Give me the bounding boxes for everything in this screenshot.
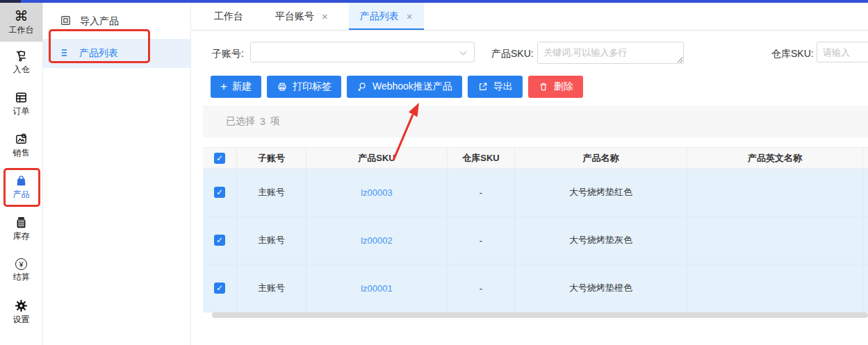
webhook-icon (357, 81, 368, 92)
new-button[interactable]: + 新建 (211, 76, 261, 98)
column-header-warehouse-sku: 仓库SKU (447, 148, 514, 168)
action-toolbar: + 新建 打印标签 Webhook推送产品 导出 删除 (211, 76, 583, 98)
cell-product-name: 大号烧烤垫红色 (514, 169, 687, 216)
column-header-product-sku: 产品SKU (306, 148, 447, 168)
trash-icon (538, 81, 549, 92)
sidebar-item-settlement[interactable]: ¥ 结算 (0, 250, 42, 292)
sidebar-item-workbench[interactable]: ⌘ 工作台 (0, 3, 42, 42)
primary-sidebar: ⌘ 工作台 入仓 订单 销售 产品 库存 ¥ 结算 设置 (0, 3, 43, 345)
table-header-row: ✓ 子账号 产品SKU 仓库SKU 产品名称 产品英文名称 (203, 147, 868, 169)
webhook-push-button[interactable]: Webhook推送产品 (347, 76, 462, 98)
sidebar-item-label: 库存 (13, 230, 30, 242)
command-icon: ⌘ (15, 9, 28, 23)
main-content: 工作台 平台账号 × 产品列表 × 子账号: 产品SKU: 仓库SKU: + 新… (191, 3, 868, 345)
inbound-icon (15, 49, 28, 62)
selection-summary-bar: 已选择 3 项 (203, 106, 868, 137)
horizontal-scrollbar[interactable] (212, 312, 868, 318)
table-row[interactable]: ✓ 主账号 lz00003 - 大号烧烤垫红色 (203, 169, 868, 217)
cell-sub-account: 主账号 (236, 169, 306, 216)
export-button[interactable]: 导出 (468, 76, 523, 98)
tab-label: 平台账号 (275, 10, 314, 23)
sales-icon (15, 133, 28, 146)
sidebar-item-products[interactable]: 产品 (0, 167, 42, 208)
export-button-label: 导出 (493, 81, 513, 93)
print-labels-button[interactable]: 打印标签 (267, 76, 341, 98)
sidebar-item-sales[interactable]: 销售 (0, 125, 42, 167)
row-checkbox[interactable]: ✓ (214, 187, 225, 198)
cell-spacer (862, 217, 868, 264)
cell-product-name-en (687, 264, 862, 312)
import-icon (60, 15, 72, 28)
tab-bar: 工作台 平台账号 × 产品列表 × (191, 3, 868, 31)
secondary-sidebar: 导入产品 产品列表 (43, 3, 191, 345)
row-checkbox[interactable]: ✓ (214, 283, 225, 294)
tab-label: 产品列表 (360, 10, 399, 23)
submenu-item-product-list[interactable]: 产品列表 (43, 39, 190, 68)
products-bag-icon (15, 174, 28, 187)
cell-product-name-en (687, 217, 862, 264)
column-header-product-name-en: 产品英文名称 (687, 148, 862, 168)
product-sku-link[interactable]: lz00002 (361, 235, 393, 246)
close-icon[interactable]: × (407, 12, 413, 22)
sidebar-item-label: 产品 (13, 189, 30, 201)
product-sku-textarea[interactable] (537, 42, 684, 64)
product-sku-link[interactable]: lz00001 (361, 283, 393, 294)
sidebar-item-label: 销售 (13, 147, 30, 159)
sidebar-item-inventory[interactable]: 库存 (0, 208, 42, 250)
sidebar-item-label: 结算 (13, 271, 30, 283)
sidebar-item-orders[interactable]: 订单 (0, 83, 42, 125)
table-row[interactable]: ✓ 主账号 lz00002 - 大号烧烤垫灰色 (203, 217, 868, 264)
tab-workbench[interactable]: 工作台 (203, 3, 254, 30)
selection-count: 3 (260, 116, 265, 127)
cell-warehouse-sku: - (447, 264, 514, 312)
warehouse-sku-input[interactable] (817, 42, 868, 62)
filter-bar: 子账号: 产品SKU: 仓库SKU: (191, 33, 868, 75)
delete-button-label: 删除 (554, 81, 573, 93)
orders-icon (15, 91, 28, 104)
settlement-icon: ¥ (15, 258, 27, 270)
submenu-item-import-products[interactable]: 导入产品 (43, 10, 190, 33)
cell-product-name: 大号烧烤垫灰色 (514, 217, 687, 264)
plus-icon: + (220, 81, 227, 92)
printer-icon (277, 81, 288, 92)
sidebar-item-label: 设置 (13, 314, 30, 326)
selection-suffix: 项 (270, 115, 280, 128)
tab-product-list[interactable]: 产品列表 × (349, 3, 424, 30)
sidebar-item-label: 工作台 (9, 24, 34, 36)
table-row[interactable]: ✓ 主账号 lz00001 - 大号烧烤垫橙色 (203, 264, 868, 312)
sidebar-item-settings[interactable]: 设置 (0, 292, 42, 333)
inventory-icon (15, 216, 28, 229)
row-checkbox[interactable]: ✓ (214, 235, 225, 246)
settings-gear-icon (15, 299, 28, 312)
product-sku-label: 产品SKU: (491, 48, 534, 60)
menu-bars-icon (60, 47, 71, 60)
cell-sub-account: 主账号 (236, 217, 306, 264)
column-header-product-name: 产品名称 (514, 148, 687, 168)
delete-button[interactable]: 删除 (528, 76, 583, 98)
selection-prefix: 已选择 (226, 115, 255, 128)
product-sku-link[interactable]: lz00003 (361, 187, 393, 198)
print-labels-label: 打印标签 (293, 81, 331, 93)
export-icon (477, 81, 489, 92)
column-header-sub-account: 子账号 (236, 148, 306, 168)
tab-platform-accounts[interactable]: 平台账号 × (264, 3, 339, 30)
sub-account-label: 子账号: (212, 48, 244, 60)
column-header-spacer (862, 148, 868, 168)
close-icon[interactable]: × (322, 12, 328, 22)
sidebar-item-label: 订单 (13, 106, 30, 117)
select-all-checkbox[interactable]: ✓ (214, 153, 225, 164)
sidebar-item-label: 入仓 (13, 64, 30, 76)
webhook-push-label: Webhook推送产品 (372, 81, 452, 93)
new-button-label: 新建 (232, 81, 252, 93)
cell-spacer (862, 264, 868, 312)
sub-account-select[interactable] (250, 42, 475, 62)
submenu-item-label: 导入产品 (80, 15, 119, 28)
products-table: ✓ 子账号 产品SKU 仓库SKU 产品名称 产品英文名称 ✓ 主账号 lz00… (203, 147, 868, 312)
sidebar-item-inbound[interactable]: 入仓 (0, 42, 42, 83)
cell-spacer (862, 169, 868, 216)
cell-product-name: 大号烧烤垫橙色 (514, 264, 687, 312)
cell-sub-account: 主账号 (236, 264, 306, 312)
submenu-item-label: 产品列表 (79, 47, 118, 60)
cell-warehouse-sku: - (447, 169, 514, 216)
warehouse-sku-label: 仓库SKU: (771, 48, 814, 60)
